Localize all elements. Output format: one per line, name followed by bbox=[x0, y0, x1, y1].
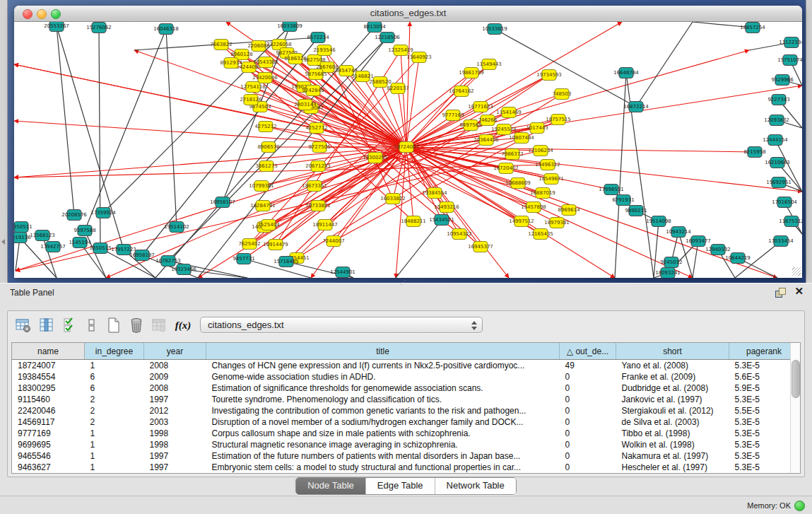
table-row[interactable]: 1872400712008Changes of HCN gene express… bbox=[12, 360, 799, 372]
network-node-teal[interactable]: 17033454 bbox=[768, 236, 794, 247]
table-selector-dropdown[interactable]: citations_edges.txt bbox=[200, 317, 483, 333]
table-row[interactable]: 946554611997Estimation of the future num… bbox=[12, 450, 799, 462]
table-row[interactable]: 1456911722003Disruption of a novel membe… bbox=[12, 416, 799, 428]
network-node-teal[interactable]: 9457731 bbox=[233, 254, 254, 264]
network-node-teal[interactable]: 18857254 bbox=[740, 23, 765, 33]
network-node-yellow[interactable]: 7244007 bbox=[322, 236, 344, 247]
network-node-yellow[interactable]: 11549443 bbox=[476, 59, 502, 70]
network-node-yellow[interactable]: 1017443 bbox=[526, 123, 548, 134]
network-node-teal[interactable]: 9227343 bbox=[767, 95, 789, 105]
splitter-grip[interactable]: ⋰ bbox=[400, 281, 406, 285]
network-node-teal[interactable]: 9329966 bbox=[771, 75, 794, 86]
network-node-yellow[interactable]: 12106234 bbox=[528, 146, 553, 156]
network-node-teal[interactable]: 16872214 bbox=[623, 102, 649, 112]
network-node-teal[interactable]: 17016504 bbox=[772, 197, 797, 208]
network-node-teal[interactable]: 10943214 bbox=[666, 227, 691, 238]
column-header-name[interactable]: name bbox=[12, 343, 85, 360]
network-node-yellow[interactable]: 18488211 bbox=[401, 216, 426, 227]
table-scrollbar[interactable] bbox=[790, 343, 800, 473]
show-columns-icon[interactable] bbox=[38, 317, 55, 334]
network-node-teal[interactable]: 3919136 bbox=[14, 233, 31, 243]
network-node-yellow[interactable]: 18979381 bbox=[544, 218, 570, 228]
network-node-teal[interactable]: 17359924 bbox=[90, 208, 116, 218]
close-panel-icon[interactable]: ✕ bbox=[794, 286, 804, 297]
network-node-teal[interactable]: 16210643 bbox=[765, 158, 790, 168]
network-node-teal[interactable]: 16033809 bbox=[277, 22, 302, 32]
function-icon[interactable]: f(x) bbox=[175, 317, 192, 334]
network-node-teal[interactable]: 6791931 bbox=[612, 195, 634, 206]
network-node-teal[interactable]: 10644219 bbox=[725, 253, 751, 264]
table-row[interactable]: 1938455462009Genome-wide association stu… bbox=[12, 371, 799, 382]
tab-network-table[interactable]: Network Table bbox=[435, 478, 516, 494]
network-node-yellow[interactable]: 15457898 bbox=[521, 202, 546, 213]
network-node-yellow[interactable]: 2193546 bbox=[313, 45, 336, 56]
network-node-teal[interactable]: 20553267 bbox=[44, 22, 69, 32]
network-node-yellow[interactable]: 13640923 bbox=[406, 52, 432, 63]
network-node-yellow[interactable]: 748503 bbox=[553, 89, 572, 100]
network-node-yellow[interactable]: 18757515 bbox=[546, 115, 571, 125]
network-node-teal[interactable]: 9245012 bbox=[660, 257, 682, 268]
delete-table-icon[interactable] bbox=[151, 317, 167, 334]
network-node-yellow[interactable]: 9727505 bbox=[308, 142, 330, 153]
network-node-teal[interactable]: 20206576 bbox=[61, 210, 87, 221]
network-node-teal[interactable]: 12444154 bbox=[763, 135, 788, 146]
network-node-teal[interactable]: 16093477 bbox=[686, 236, 711, 247]
network-node-teal[interactable]: 12218506 bbox=[375, 33, 400, 43]
network-node-teal[interactable]: 16046318 bbox=[153, 24, 179, 35]
network-node-yellow[interactable]: 16720407 bbox=[493, 163, 519, 174]
memory-status-indicator[interactable] bbox=[794, 501, 805, 511]
network-node-teal[interactable]: 15751074 bbox=[777, 55, 802, 66]
network-node-yellow[interactable]: 8969614 bbox=[558, 205, 580, 216]
network-node-yellow[interactable]: 16914479 bbox=[263, 240, 288, 250]
network-node-teal[interactable]: 1350511 bbox=[14, 222, 33, 233]
column-header-year[interactable]: year bbox=[144, 343, 206, 360]
network-node-yellow[interactable]: 4275212 bbox=[254, 122, 276, 132]
window-resize-grip[interactable] bbox=[792, 267, 801, 276]
window-titlebar[interactable]: citations_edges.txt bbox=[14, 6, 802, 22]
delete-trash-icon[interactable] bbox=[128, 317, 145, 334]
network-node-yellow[interactable]: 11541469 bbox=[496, 107, 522, 118]
table-row[interactable]: 1830029562008Estimation of significance … bbox=[12, 382, 799, 394]
network-node-teal[interactable]: 16782753 bbox=[155, 256, 181, 267]
network-node-yellow[interactable]: 3861273 bbox=[255, 161, 277, 172]
network-node-yellow[interactable]: 10799381 bbox=[249, 181, 274, 192]
network-node-teal[interactable]: 13942757 bbox=[40, 242, 66, 252]
network-node-teal[interactable]: 16958107 bbox=[210, 197, 235, 208]
network-node-teal[interactable]: 15276062 bbox=[86, 23, 112, 33]
network-node-teal[interactable]: 10323466 bbox=[171, 264, 196, 275]
network-node-yellow[interactable]: 19734593 bbox=[536, 70, 562, 81]
network-node-teal[interactable]: 15434521 bbox=[429, 215, 454, 226]
float-panel-icon[interactable] bbox=[775, 288, 785, 297]
table-row[interactable]: 946362711997Embryonic stem cells: a mode… bbox=[12, 462, 799, 473]
network-node-teal[interactable]: 11568123 bbox=[30, 230, 55, 241]
network-node-teal[interactable]: 1145194 bbox=[69, 238, 91, 248]
network-node-teal[interactable]: 12093832 bbox=[764, 115, 789, 126]
network-node-yellow[interactable]: 16945377 bbox=[468, 242, 493, 252]
network-node-yellow[interactable]: 7625402 bbox=[238, 239, 260, 250]
column-header-out_de[interactable]: △ out_de... bbox=[560, 343, 616, 360]
network-node-teal[interactable]: 12940332 bbox=[705, 245, 731, 255]
network-node-yellow[interactable]: 12165435 bbox=[528, 229, 553, 240]
network-node-teal[interactable]: 11122334 bbox=[779, 37, 802, 48]
network-node-yellow[interactable]: 18911447 bbox=[312, 220, 338, 230]
table-row[interactable]: 2242004622012Investigating the contribut… bbox=[12, 405, 799, 416]
network-node-yellow[interactable]: 9777169 bbox=[442, 110, 464, 121]
table-row[interactable]: 911546021997Tourette syndrome. Phenomeno… bbox=[12, 394, 799, 405]
row-height-icon[interactable] bbox=[83, 317, 100, 334]
network-node-teal[interactable]: 8813054 bbox=[363, 22, 386, 33]
network-node-yellow[interactable]: 16771623 bbox=[468, 102, 493, 112]
network-node-teal[interactable]: 10533819 bbox=[482, 24, 507, 35]
table-settings-icon[interactable] bbox=[15, 317, 32, 334]
column-header-short[interactable]: short bbox=[616, 343, 729, 360]
column-header-in_degree[interactable]: in_degree bbox=[85, 343, 144, 360]
table-row[interactable]: 969969511998Structural magnetic resonanc… bbox=[12, 439, 799, 450]
network-node-yellow[interactable]: 15493216 bbox=[434, 202, 459, 213]
panel-collapse-arrow-icon[interactable] bbox=[1, 239, 5, 245]
network-node-yellow[interactable]: 746266 bbox=[478, 115, 498, 126]
network-node-teal[interactable]: 12544901 bbox=[330, 267, 355, 278]
table-row[interactable]: 977716911998Corpus callosum shape and si… bbox=[12, 428, 799, 439]
network-canvas[interactable]: 1872400797771696497568746266192455741080… bbox=[14, 22, 802, 278]
column-header-pagerank[interactable]: pagerank bbox=[729, 343, 799, 360]
tab-edge-table[interactable]: Edge Table bbox=[366, 478, 435, 494]
network-node-teal[interactable]: 11675312 bbox=[779, 216, 802, 227]
